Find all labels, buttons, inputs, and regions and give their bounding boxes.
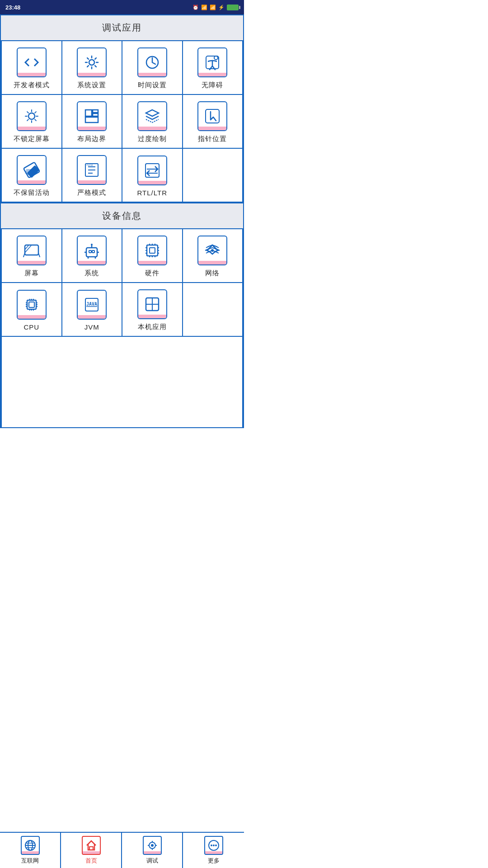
debug-section-header: 调试应用 [1,14,243,41]
svg-rect-27 [92,250,94,253]
alarm-icon: ⏰ [192,5,199,10]
overdraw-label: 过度绘制 [138,135,167,143]
no-keep-activity-item[interactable]: 不保留活动 [2,149,62,203]
svg-marker-9 [146,110,159,116]
rtl-icon [137,156,167,185]
gear-icon [77,47,107,77]
screen-icon [17,236,47,265]
time-display: 23:48 [5,4,20,11]
network-item[interactable]: 网络 [183,229,244,283]
svg-rect-26 [89,250,91,253]
no-lock-screen-item[interactable]: 不锁定屏幕 [2,95,62,149]
svg-text:rule: rule [86,163,93,166]
code-icon [17,47,47,77]
sun-icon [17,101,47,131]
apps-icon [137,289,167,319]
strict-mode-label: 严格模式 [77,189,106,197]
rtl-ltr-item[interactable]: RTL/LTR [122,149,183,203]
network-icon [197,236,227,265]
no-lock-screen-label: 不锁定屏幕 [14,135,50,143]
system-settings-label: 系统设置 [77,81,106,90]
cpu-label: CPU [23,323,39,331]
svg-point-0 [89,60,94,65]
battery-icon [227,5,239,10]
device-section-header: 设备信息 [1,203,243,229]
jvm-label: JVM [84,323,99,331]
svg-rect-34 [147,245,158,256]
java-icon: JAVA [77,290,107,320]
screen-item[interactable]: 屏幕 [2,229,62,283]
layers-icon [137,101,167,131]
native-apps-item[interactable]: 本机应用 [122,283,183,337]
svg-rect-50 [29,302,34,307]
time-settings-label: 时间设置 [138,81,167,90]
developer-mode-label: 开发者模式 [14,81,50,90]
svg-point-4 [28,113,35,119]
accessibility-label: 无障碍 [202,81,223,90]
device-grid: 屏幕 系统 [1,229,243,337]
jvm-item[interactable]: JAVA JVM [62,283,123,337]
layout-icon [77,101,107,131]
empty-cell-2 [183,283,244,337]
network-label: 网络 [205,269,220,278]
accessibility-icon [197,47,227,77]
svg-rect-35 [150,248,155,253]
pointer-icon [197,101,227,131]
svg-line-24 [25,245,31,253]
overdraw-item[interactable]: 过度绘制 [122,95,183,149]
svg-text:JAVA: JAVA [86,302,97,307]
native-apps-label: 本机应用 [138,323,167,331]
time-settings-item[interactable]: 时间设置 [122,41,183,95]
layout-bounds-label: 布局边界 [77,135,106,143]
cpu-icon [17,290,47,320]
system-item[interactable]: 系统 [62,229,123,283]
robot-icon [77,236,107,265]
svg-rect-8 [85,117,98,123]
layout-bounds-item[interactable]: 布局边界 [62,95,123,149]
svg-rect-5 [85,110,92,116]
accessibility-item[interactable]: 无障碍 [183,41,244,95]
hardware-item[interactable]: 硬件 [122,229,183,283]
empty-cell-1 [183,149,244,203]
eraser-icon [17,155,47,185]
developer-mode-item[interactable]: 开发者模式 [2,41,62,95]
svg-rect-6 [93,110,98,113]
svg-point-2 [214,56,218,60]
screen-label: 屏幕 [24,269,39,278]
signal1-icon: 📶 [210,5,216,10]
status-icons: ⏰ 📶 📶 ⚡ [192,5,239,10]
rtl-ltr-label: RTL/LTR [137,189,167,197]
wifi-icon: 📶 [201,5,207,10]
hardware-label: 硬件 [145,269,160,278]
system-label: 系统 [84,269,99,278]
svg-rect-7 [93,113,98,116]
cpu-item[interactable]: CPU [2,283,62,337]
strict-mode-item[interactable]: rule 严格模式 [62,149,123,203]
flash-icon: ⚡ [218,5,225,10]
svg-rect-10 [206,109,219,123]
pointer-location-item[interactable]: 指针位置 [183,95,244,149]
list-icon: rule [77,155,107,185]
content-spacer [1,337,243,427]
debug-grid: 开发者模式 系统设置 时间设置 [1,41,243,203]
system-settings-item[interactable]: 系统设置 [62,41,123,95]
status-bar: 23:48 ⏰ 📶 📶 ⚡ [0,0,244,14]
no-keep-activity-label: 不保留活动 [14,189,50,197]
svg-point-29 [91,244,93,245]
pointer-location-label: 指针位置 [198,135,227,143]
main-content: 调试应用 开发者模式 系统设置 [0,14,244,428]
clock-icon [137,47,167,77]
hardware-icon [137,236,167,265]
